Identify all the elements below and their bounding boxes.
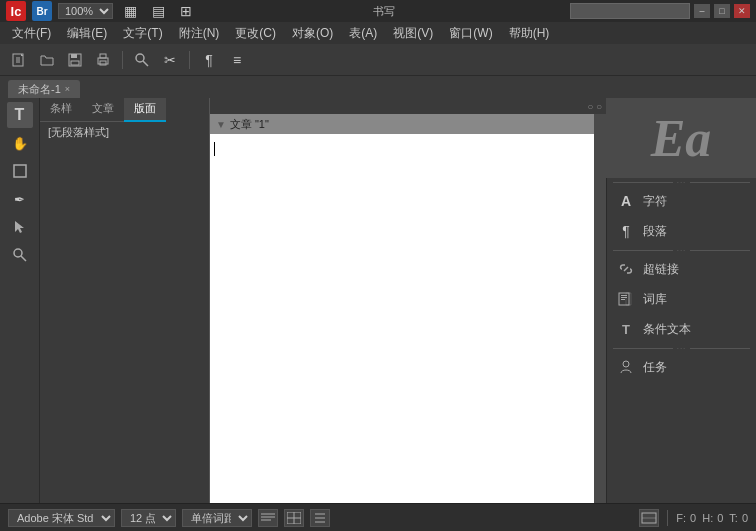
svg-point-15 bbox=[14, 249, 22, 257]
h-coord: H: 0 bbox=[702, 512, 723, 524]
svg-rect-20 bbox=[621, 299, 625, 300]
content-area: 条样 文章 版面 [无段落样式] ○ ○ ▼ 文章 "1" bbox=[40, 98, 756, 503]
h-label: H: bbox=[702, 512, 713, 524]
right-panel-hyperlink[interactable]: 超链接 bbox=[607, 254, 756, 284]
list-icon-btn[interactable] bbox=[310, 509, 330, 527]
tab-label: 未命名-1 bbox=[18, 82, 61, 97]
right-panel: ··· A 字符 ¶ 段落 ··· bbox=[606, 178, 756, 503]
save-button[interactable] bbox=[64, 49, 86, 71]
zoom-control[interactable]: 100% bbox=[58, 3, 113, 19]
svg-rect-9 bbox=[100, 54, 106, 58]
title-bar-right: – □ ✕ bbox=[570, 3, 750, 19]
hyperlink-label: 超链接 bbox=[643, 261, 679, 278]
menu-text[interactable]: 文字(T) bbox=[115, 23, 170, 44]
open-button[interactable] bbox=[36, 49, 58, 71]
menu-help[interactable]: 帮助(H) bbox=[501, 23, 558, 44]
vertical-scrollbar[interactable] bbox=[594, 114, 606, 503]
toolbar: ✂ ¶ ≡ bbox=[0, 44, 756, 76]
right-panel-character[interactable]: A 字符 bbox=[607, 186, 756, 216]
menu-table[interactable]: 表(A) bbox=[341, 23, 385, 44]
zoom-tool-button[interactable] bbox=[7, 242, 33, 268]
menu-object[interactable]: 对象(O) bbox=[284, 23, 341, 44]
text-cursor bbox=[214, 142, 215, 156]
character-label: 字符 bbox=[643, 193, 667, 210]
search-input[interactable] bbox=[570, 3, 690, 19]
task-icon bbox=[617, 358, 635, 376]
tab-wenzhang[interactable]: 文章 bbox=[82, 98, 124, 122]
bridge-logo: Br bbox=[32, 1, 52, 21]
menu-window[interactable]: 窗口(W) bbox=[441, 23, 500, 44]
tab-close-icon[interactable]: × bbox=[65, 84, 70, 94]
paragraph-icon: ¶ bbox=[617, 222, 635, 240]
menu-file[interactable]: 文件(F) bbox=[4, 23, 59, 44]
menu-changes[interactable]: 更改(C) bbox=[227, 23, 284, 44]
scroll-top-indicator: ○ ○ bbox=[210, 98, 606, 114]
sep-line-5 bbox=[613, 348, 673, 349]
right-sep-bot: ··· bbox=[607, 344, 756, 352]
status-bar: Adobe 宋体 Std 12 点 单倍词距 F: 0 H: 0 T: 0 bbox=[0, 503, 756, 531]
panel-tabs: 条样 文章 版面 bbox=[40, 98, 209, 122]
frame-tool-button[interactable] bbox=[7, 158, 33, 184]
table-icon-btn[interactable] bbox=[284, 509, 304, 527]
preview-panel: Ea bbox=[606, 98, 756, 178]
spacing-select[interactable]: 单倍词距 bbox=[182, 509, 252, 527]
print-button[interactable] bbox=[92, 49, 114, 71]
status-sep-1 bbox=[667, 510, 668, 526]
text-tool-button[interactable]: T bbox=[7, 102, 33, 128]
paragraph-button[interactable]: ¶ bbox=[198, 49, 220, 71]
sep-line-4 bbox=[690, 250, 750, 251]
svg-point-11 bbox=[136, 54, 144, 62]
size-select[interactable]: 12 点 bbox=[121, 509, 176, 527]
list-button[interactable]: ≡ bbox=[226, 49, 248, 71]
cut-button[interactable]: ✂ bbox=[159, 49, 181, 71]
f-value: 0 bbox=[690, 512, 696, 524]
sep-line-2 bbox=[690, 182, 750, 183]
toolbar-sep-2 bbox=[189, 51, 190, 69]
document-page[interactable] bbox=[210, 134, 594, 503]
svg-rect-7 bbox=[71, 61, 79, 65]
pen-tool-button[interactable]: ✒ bbox=[7, 186, 33, 212]
minimize-button[interactable]: – bbox=[694, 4, 710, 18]
font-select[interactable]: Adobe 宋体 Std bbox=[8, 509, 115, 527]
svg-rect-6 bbox=[71, 54, 77, 58]
sep-line-3 bbox=[613, 250, 673, 251]
menu-notes[interactable]: 附注(N) bbox=[171, 23, 228, 44]
new-button[interactable] bbox=[8, 49, 30, 71]
svg-marker-14 bbox=[15, 221, 24, 233]
toolbar-sep-1 bbox=[122, 51, 123, 69]
menu-view[interactable]: 视图(V) bbox=[385, 23, 441, 44]
workspace-btn[interactable]: ▤ bbox=[147, 0, 169, 22]
document-content[interactable]: ▼ 文章 "1" bbox=[210, 114, 606, 503]
sep-line-6 bbox=[690, 348, 750, 349]
chapter-label: 文章 "1" bbox=[230, 117, 269, 132]
thesaurus-icon bbox=[617, 290, 635, 308]
style-item-no-paragraph[interactable]: [无段落样式] bbox=[40, 122, 209, 143]
right-panel-task[interactable]: 任务 bbox=[607, 352, 756, 382]
scroll-dots: ○ ○ bbox=[587, 101, 602, 112]
right-panel-thesaurus[interactable]: 词库 bbox=[607, 284, 756, 314]
page-wrapper: ▼ 文章 "1" bbox=[210, 114, 594, 503]
layout-btn[interactable]: ⊞ bbox=[175, 0, 197, 22]
maximize-button[interactable]: □ bbox=[714, 4, 730, 18]
preview-text: Ea bbox=[651, 109, 712, 168]
menu-edit[interactable]: 编辑(E) bbox=[59, 23, 115, 44]
spacing-icon-btn[interactable] bbox=[639, 509, 659, 527]
app-logo: Ic bbox=[6, 1, 26, 21]
right-panel-conditional-text[interactable]: T 条件文本 bbox=[607, 314, 756, 344]
find-button[interactable] bbox=[131, 49, 153, 71]
view-mode-btn[interactable]: ▦ bbox=[119, 0, 141, 22]
tab-tiaoyaing[interactable]: 条样 bbox=[40, 98, 82, 122]
right-panel-paragraph[interactable]: ¶ 段落 bbox=[607, 216, 756, 246]
tab-banmian[interactable]: 版面 bbox=[124, 98, 166, 122]
f-coord: F: 0 bbox=[676, 512, 696, 524]
select-tool-button[interactable] bbox=[7, 214, 33, 240]
close-button[interactable]: ✕ bbox=[734, 4, 750, 18]
zoom-select[interactable]: 100% bbox=[58, 3, 113, 19]
title-center: 书写 bbox=[373, 4, 395, 19]
hand-tool-button[interactable]: ✋ bbox=[7, 130, 33, 156]
thesaurus-label: 词库 bbox=[643, 291, 667, 308]
t-label: T: bbox=[729, 512, 738, 524]
align-icon-btn[interactable] bbox=[258, 509, 278, 527]
document-tab[interactable]: 未命名-1 × bbox=[8, 80, 80, 98]
tab-bar: 未命名-1 × bbox=[0, 76, 756, 98]
